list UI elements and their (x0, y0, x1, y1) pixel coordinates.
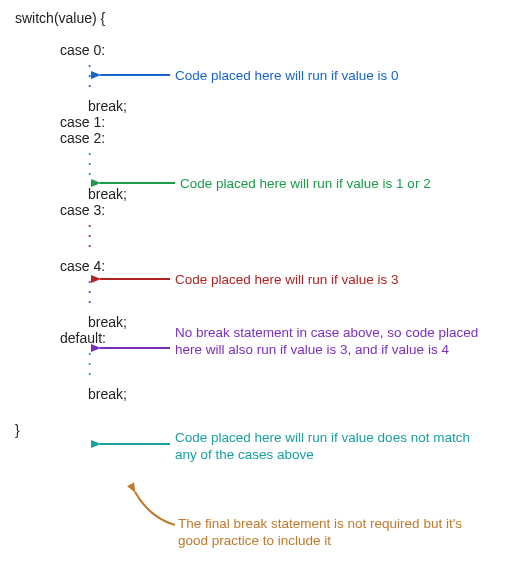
case-2-block: case 2: ... break; (60, 130, 127, 202)
break-stmt: break; (88, 186, 127, 202)
case-0-block: case 0: ... break; (60, 42, 127, 114)
annotation-case4: No break statement in case above, so cod… (175, 325, 485, 359)
case-label: case 2: (60, 130, 127, 146)
dots-c12: ... (88, 146, 127, 176)
close-brace: } (15, 422, 127, 438)
case-label: case 0: (60, 42, 127, 58)
dots-c4: ... (88, 274, 127, 304)
annotation-default: Code placed here will run if value does … (175, 430, 485, 464)
break-stmt: break; (88, 314, 127, 330)
code-column: switch(value) { case 0: ... break; case … (15, 10, 127, 438)
annotation-case3: Code placed here will run if value is 3 (175, 272, 399, 289)
arrow-icon (135, 492, 175, 525)
dots-cdefault: ... (88, 346, 127, 376)
default-block: default: ... break; (60, 330, 127, 402)
break-stmt: break; (88, 386, 127, 402)
annotation-finalbreak: The final break statement is not require… (178, 516, 488, 550)
dots-c3: ... (88, 218, 127, 248)
switch-line: switch(value) { (15, 10, 127, 26)
dots-c0: ... (88, 58, 127, 88)
case-1-label: case 1: (60, 114, 127, 130)
case-label: case 3: (60, 202, 127, 218)
break-stmt: break; (88, 98, 127, 114)
case-label: case 4: (60, 258, 127, 274)
case-4-block: case 4: ... break; (60, 258, 127, 330)
case-label: case 1: (60, 114, 127, 130)
annotation-case0: Code placed here will run if value is 0 (175, 68, 399, 85)
annotation-case12: Code placed here will run if value is 1 … (180, 176, 431, 193)
default-label: default: (60, 330, 127, 346)
case-3-block: case 3: ... (60, 202, 127, 248)
